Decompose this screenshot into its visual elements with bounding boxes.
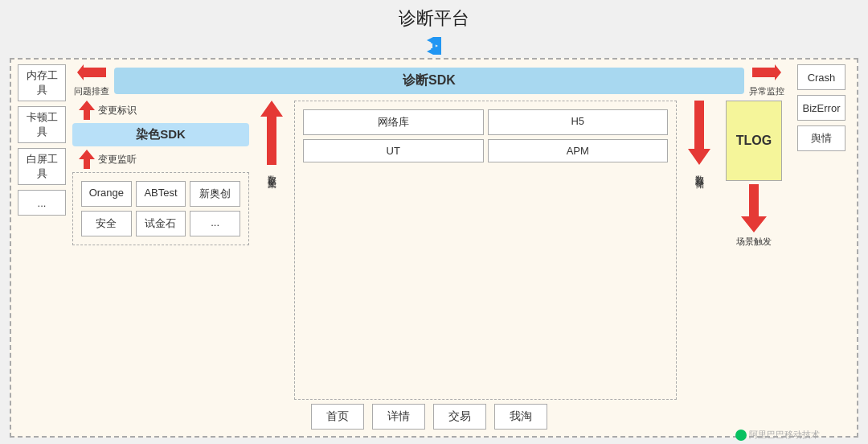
- svg-marker-8: [79, 150, 95, 169]
- sdk-row: 问题排查 诊断SDK 异常监控: [72, 64, 786, 97]
- sidebar-item-white-screen: 白屏工具: [18, 148, 66, 185]
- sidebar-item-memory: 内存工具: [18, 64, 66, 101]
- module-xinchuang: 新奥创: [190, 181, 240, 207]
- data-collect-label: 数据采集: [266, 168, 278, 175]
- module-ut: UT: [303, 139, 484, 162]
- inner-main: 变更标识 染色SDK 变更监听 Orange: [72, 101, 786, 400]
- tlog-box: TLOG: [726, 101, 782, 181]
- svg-marker-10: [688, 101, 710, 165]
- module-net: 网络库: [303, 109, 484, 135]
- wechat-icon: [735, 430, 747, 441]
- sidebar-item-more: ...: [18, 190, 66, 216]
- module-orange: Orange: [81, 181, 132, 207]
- bottom-wotao: 我淘: [494, 404, 547, 430]
- scene-trigger-label: 场景触发: [736, 236, 772, 248]
- main-container: 诊断平台 内存工具 卡顿工具 白屏工具 ...: [0, 0, 868, 444]
- left-panel: 变更标识 染色SDK 变更监听 Orange: [72, 101, 249, 400]
- main-diagram-box: 内存工具 卡顿工具 白屏工具 ... 问题排查 诊断SDK: [10, 58, 858, 438]
- watermark-text: 阿里巴巴移动技术: [749, 429, 820, 441]
- left-label: 问题排查: [74, 85, 109, 97]
- change-listen-label: 变更监听: [98, 153, 137, 166]
- sidebar-item-freeze: 卡顿工具: [18, 106, 66, 143]
- sidebar-item-bizerror: BizError: [797, 95, 845, 121]
- change-mark-label: 变更标识: [98, 104, 137, 117]
- svg-marker-5: [77, 64, 106, 80]
- module-security: 安全: [81, 211, 132, 236]
- bottom-row: 首页 详情 交易 我淘: [72, 400, 786, 431]
- sidebar-item-crash: Crash: [797, 64, 845, 90]
- svg-marker-11: [741, 184, 767, 232]
- left-modules-box: Orange ABTest 新奥创 安全 试金石 ...: [72, 172, 249, 245]
- net-modules-box: 网络库 H5 UT APM: [294, 101, 677, 400]
- module-h5: H5: [488, 109, 669, 135]
- svg-marker-3: [431, 48, 437, 54]
- svg-marker-9: [260, 101, 283, 165]
- color-sdk-bar: 染色SDK: [72, 123, 249, 146]
- data-store-label: 数据存储: [694, 168, 706, 175]
- top-double-arrow: [422, 37, 446, 55]
- module-shijinshi: 试金石: [136, 211, 186, 236]
- right-arrow-sdk: [752, 64, 781, 84]
- module-apm: APM: [488, 139, 669, 162]
- svg-marker-7: [79, 101, 95, 120]
- right-panel: 数据采集 网络库 H5 UT APM: [254, 101, 786, 400]
- module-abtest: ABTest: [136, 181, 186, 207]
- sdk-bar: 诊断SDK: [114, 68, 744, 94]
- left-sidebar: 内存工具 卡顿工具 白屏工具 ...: [14, 64, 69, 431]
- watermark: 阿里巴巴移动技术: [735, 429, 820, 441]
- bottom-homepage: 首页: [311, 404, 364, 430]
- bottom-trade: 交易: [433, 404, 486, 430]
- left-module-grid: Orange ABTest 新奥创 安全 试金石 ...: [78, 178, 244, 240]
- right-sidebar: Crash BizError 舆情: [789, 64, 854, 431]
- module-more-left: ...: [190, 211, 240, 236]
- right-label: 异常监控: [749, 85, 784, 97]
- net-module-grid: 网络库 H5 UT APM: [300, 106, 671, 166]
- center-content: 问题排查 诊断SDK 异常监控: [72, 64, 786, 431]
- svg-marker-6: [752, 64, 781, 80]
- svg-marker-2: [431, 38, 437, 43]
- left-arrow-sdk: [77, 64, 106, 84]
- bottom-detail: 详情: [372, 404, 425, 430]
- sidebar-item-opinion: 舆情: [797, 125, 845, 151]
- page-title: 诊断平台: [399, 6, 469, 31]
